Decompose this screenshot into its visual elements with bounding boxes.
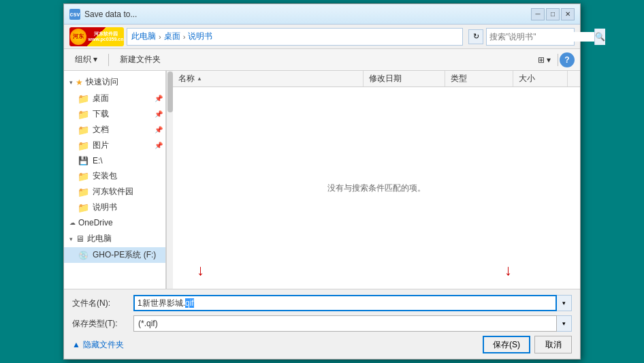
refresh-button[interactable]: ↻ — [468, 29, 483, 44]
col-type[interactable]: 类型 — [445, 71, 513, 86]
hide-folder-icon: ▲ — [72, 340, 80, 349]
breadcrumb-folder[interactable]: 说明书 — [188, 31, 212, 42]
pin-icon: 📌 — [155, 142, 163, 149]
filetype-label: 保存类型(T): — [72, 318, 133, 330]
sidebar-desktop-label: 桌面 — [93, 93, 109, 104]
scrollbar-thumb — [167, 72, 173, 112]
sidebar-item-desktop[interactable]: 📁 桌面 📌 — [64, 91, 165, 106]
sidebar-item-downloads[interactable]: 📁 下载 📌 — [64, 106, 165, 122]
folder-icon: 📁 — [78, 171, 88, 182]
address-bar[interactable]: 此电脑 › 桌面 › 说明书 — [127, 28, 463, 46]
search-icon[interactable]: 🔍 — [594, 29, 605, 45]
filename-row: 文件名(N): 1新世界影城.qif ▾ — [72, 295, 572, 311]
bottom-section: 文件名(N): 1新世界影城.qif ▾ 保存类型(T): ▾ ▲ 隐藏文件夹 — [64, 289, 580, 359]
help-button[interactable]: ? — [560, 52, 575, 67]
filename-prefix: 1新世界影城. — [138, 298, 185, 309]
filetype-row: 保存类型(T): ▾ — [72, 315, 572, 332]
sidebar-documents-label: 文档 — [93, 124, 109, 136]
col-date[interactable]: 修改日期 — [364, 71, 445, 86]
toolbar: 河东 河东软件园 www.pc0359.cn 此电脑 › 桌面 › 说明书 ↻ … — [64, 25, 580, 49]
close-button[interactable]: ✕ — [561, 8, 575, 20]
filename-input[interactable]: 1新世界影城.qif — [133, 295, 557, 311]
view-icons: ⊞ ▾ ? — [532, 52, 575, 67]
folder-icon: 📁 — [78, 109, 88, 120]
organize-button[interactable]: 组织 ▾ — [69, 52, 103, 67]
col-size[interactable]: 大小 — [513, 71, 568, 86]
star-icon: ★ — [76, 78, 83, 87]
logo-text: 河东软件园 www.pc0359.cn — [88, 31, 124, 42]
folder-icon: 📁 — [78, 125, 88, 136]
sidebar-downloads-label: 下载 — [93, 108, 109, 120]
breadcrumb-desktop[interactable]: 桌面 — [164, 31, 180, 42]
sidebar-group-onedrive[interactable]: ☁ OneDrive — [64, 215, 165, 230]
hide-folder-button[interactable]: ▲ 隐藏文件夹 — [72, 339, 124, 351]
sidebar-item-documents[interactable]: 📁 文档 📌 — [64, 122, 165, 138]
sidebar-group-computer[interactable]: ▾ 🖥 此电脑 — [64, 230, 165, 247]
main-content: ▾ ★ 快速访问 📁 桌面 📌 📁 下载 📌 📁 文档 📌 📁 图 — [64, 71, 580, 289]
pin-icon: 📌 — [155, 110, 163, 118]
title-bar-left: csv Save data to... — [69, 9, 137, 20]
sidebar-edrive-label: E:\ — [93, 156, 103, 165]
sidebar-item-install[interactable]: 📁 安装包 — [64, 168, 165, 184]
file-list: 名称 ▲ 修改日期 类型 大小 没有与搜索条件匹配的项。 — [173, 71, 580, 289]
sidebar: ▾ ★ 快速访问 📁 桌面 📌 📁 下载 📌 📁 文档 📌 📁 图 — [64, 71, 166, 289]
maximize-button[interactable]: □ — [546, 8, 560, 20]
sidebar-install-label: 安装包 — [93, 170, 117, 182]
drive-icon: 💾 — [78, 155, 88, 166]
sidebar-onedrive-label: OneDrive — [78, 218, 113, 227]
save-button[interactable]: 保存(S) — [483, 336, 530, 353]
sidebar-item-instructions[interactable]: 📁 说明书 — [64, 200, 165, 215]
action-separator — [108, 54, 109, 66]
search-input[interactable] — [487, 32, 594, 42]
sidebar-quick-access-label: 快速访问 — [86, 76, 118, 88]
logo: 河东 河东软件园 www.pc0359.cn — [69, 27, 124, 46]
view-sep — [558, 54, 558, 66]
sidebar-group-quick-access[interactable]: ▾ ★ 快速访问 — [64, 74, 165, 91]
drive-icon: 💿 — [78, 250, 88, 261]
dialog-icon: csv — [69, 9, 80, 20]
sidebar-scrollbar[interactable] — [166, 71, 173, 289]
new-folder-button[interactable]: 新建文件夹 — [114, 52, 166, 67]
expand-icon: ▾ — [69, 236, 73, 242]
filename-dropdown-button[interactable]: ▾ — [557, 295, 572, 311]
folder-icon: 📁 — [78, 187, 88, 198]
col-name[interactable]: 名称 ▲ — [173, 71, 364, 86]
save-dialog: csv Save data to... ─ □ ✕ 河东 河东软件园 www.p… — [63, 3, 581, 360]
sidebar-pictures-label: 图片 — [93, 140, 109, 151]
cancel-button[interactable]: 取消 — [534, 336, 572, 353]
title-bar: csv Save data to... ─ □ ✕ — [64, 4, 580, 25]
file-list-empty: 没有与搜索条件匹配的项。 — [173, 87, 580, 289]
dialog-title: Save data to... — [84, 10, 137, 19]
sidebar-item-fdrive[interactable]: 💿 GHO-PE系统 (F:) — [64, 247, 165, 263]
sidebar-fdrive-label: GHO-PE系统 (F:) — [93, 249, 156, 261]
folder-icon: 📁 — [78, 202, 88, 213]
minimize-button[interactable]: ─ — [531, 8, 545, 20]
sidebar-item-hedong[interactable]: 📁 河东软件园 — [64, 184, 165, 200]
sidebar-item-pictures[interactable]: 📁 图片 📌 — [64, 138, 165, 153]
title-buttons: ─ □ ✕ — [531, 8, 575, 20]
file-list-header: 名称 ▲ 修改日期 类型 大小 — [173, 71, 580, 87]
filename-selected: qif — [185, 298, 194, 308]
breadcrumb-computer[interactable]: 此电脑 — [131, 31, 156, 42]
sidebar-hedong-label: 河东软件园 — [93, 186, 133, 198]
view-toggle-button[interactable]: ⊞ ▾ — [532, 53, 556, 67]
hide-folder-label: 隐藏文件夹 — [83, 339, 124, 351]
bottom-row: ▲ 隐藏文件夹 保存(S) 取消 — [72, 336, 572, 353]
logo-circle: 河东 — [70, 29, 86, 45]
pin-icon: 📌 — [155, 126, 163, 133]
expand-icon: ☁ — [69, 219, 76, 226]
filetype-dropdown-button[interactable]: ▾ — [557, 315, 572, 332]
sidebar-computer-label: 此电脑 — [87, 233, 112, 244]
pin-icon: 📌 — [155, 95, 163, 102]
filename-label: 文件名(N): — [72, 298, 133, 309]
folder-icon: 📁 — [78, 140, 88, 151]
action-bar: 组织 ▾ 新建文件夹 ⊞ ▾ ? — [64, 49, 580, 71]
folder-icon: 📁 — [78, 93, 88, 104]
computer-icon: 🖥 — [76, 234, 84, 244]
expand-icon: ▾ — [69, 79, 73, 86]
sidebar-item-edrive[interactable]: 💾 E:\ — [64, 153, 165, 168]
organize-label: 组织 ▾ — [75, 54, 97, 65]
search-box: 🔍 — [486, 28, 575, 46]
filetype-input[interactable] — [133, 315, 557, 332]
new-folder-label: 新建文件夹 — [120, 54, 161, 65]
